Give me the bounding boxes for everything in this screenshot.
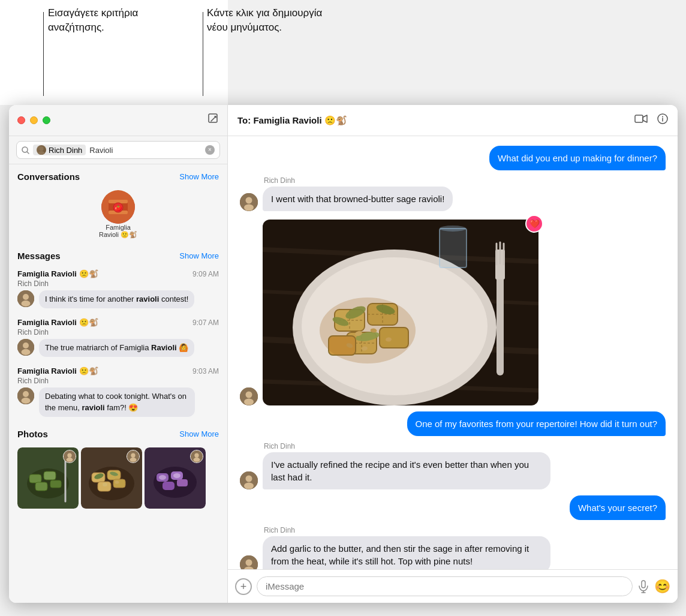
svg-rect-35 [113,479,125,488]
svg-point-4 [38,151,45,155]
conversation-item-famiglia[interactable]: 🍅 Famiglia Ravioli 🙁🐒 [9,185,227,244]
messages-section-header: Messages Show More [9,244,227,265]
svg-point-91 [320,298,416,363]
message-preview-container-3: Debating what to cook tonight. What's on… [17,387,219,416]
message-item-1[interactable]: Famiglia Ravioli 🙁🐒 9:09 AM Rich Dinh I … [9,265,227,313]
svg-rect-23 [44,471,56,480]
photo-thumb-3[interactable] [145,447,206,509]
svg-point-57 [662,116,663,118]
ravioli-reaction: ❤️ [525,215,543,233]
chat-messages: What did you end up making for dinner? R… [228,136,678,569]
conversations-section-header: Conversations Show More [9,164,227,185]
search-icon [22,146,29,154]
sidebar: Rich Dinh Ravioli × Conversations Show M… [9,105,228,603]
svg-point-29 [67,458,73,462]
close-button[interactable] [17,116,25,124]
bubble-outgoing-1: What did you end up making for dinner? [489,146,666,170]
title-bar [9,105,227,136]
compose-button[interactable] [208,113,219,127]
minimize-button[interactable] [30,116,38,124]
photos-show-more[interactable]: Show More [179,429,219,438]
svg-rect-54 [635,115,643,122]
svg-point-3 [40,147,44,151]
message-avatar-2 [17,339,34,356]
message-preview-1: I think it's time for another ravioli co… [39,290,194,308]
msg-avatar-rich-1 [240,193,258,211]
message-incoming-2: Rich Dinh I went with that browned-butte… [240,176,666,211]
message-preview-container-1: I think it's time for another ravioli co… [17,290,219,308]
message-time-1: 9:09 AM [192,270,219,278]
annotation-area: Εισαγάγετε κριτήρια αναζήτησης. Κάντε κλ… [0,0,228,105]
message-subsender-1: Rich Dinh [17,280,219,288]
svg-point-50 [173,473,180,478]
svg-point-101 [244,483,254,489]
message-sender-2: Famiglia Ravioli 🙁🐒 [17,318,98,327]
svg-point-28 [67,453,71,457]
svg-point-39 [115,480,119,483]
msg-avatar-rich-3 [240,471,258,489]
svg-rect-25 [50,480,61,488]
svg-point-52 [194,453,198,457]
message-subsender-2: Rich Dinh [17,328,219,336]
photo-thumb-1[interactable] [17,447,79,509]
conversations-title: Conversations [17,172,80,182]
photo-thumb-2[interactable] [81,447,142,509]
svg-rect-97 [440,229,467,268]
message-time-3: 9:03 AM [192,367,219,375]
svg-point-103 [246,560,252,566]
contact-tag: Rich Dinh [33,145,86,155]
search-input-container[interactable]: Rich Dinh Ravioli × [16,141,220,159]
svg-point-44 [154,467,197,498]
svg-point-16 [22,349,31,355]
svg-line-2 [27,152,29,154]
svg-point-42 [130,458,137,462]
messages-show-more[interactable]: Show More [179,251,219,260]
svg-point-59 [246,197,252,204]
message-preview-2: The true matriarch of Famiglia Ravioli 🙆 [39,339,194,357]
chat-panel: To: Famiglia Ravioli 🙁🐒 [228,105,678,603]
conversations-show-more[interactable]: Show More [179,172,219,181]
search-bar: Rich Dinh Ravioli × [9,136,227,164]
message-item-3[interactable]: Famiglia Ravioli 🙁🐒 9:03 AM Rich Dinh De… [9,362,227,421]
message-sender-1: Famiglia Ravioli 🙁🐒 [17,269,98,278]
photo-thumb-avatar-1 [63,450,76,463]
contact-name: Rich Dinh [49,146,82,155]
emoji-button[interactable]: 😊 [654,579,670,594]
message-item-2-header: Famiglia Ravioli 🙁🐒 9:07 AM [17,318,219,327]
svg-point-18 [23,391,29,397]
photos-grid [9,443,227,513]
maximize-button[interactable] [43,116,50,124]
traffic-lights [17,116,50,124]
message-preview-container-2: The true matriarch of Famiglia Ravioli 🙆 [17,339,219,357]
voice-input-button[interactable] [637,580,649,593]
info-button[interactable] [657,113,668,127]
annotation-text-compose: Κάντε κλικ για δημιουργία νέου μηνύματος… [207,6,333,35]
msg-content-incoming-7: Rich Dinh Add garlic to the butter, and … [263,526,550,569]
message-sender-3: Famiglia Ravioli 🙁🐒 [17,366,98,375]
bubble-outgoing-4: One of my favorites from your repertoire… [407,411,666,436]
svg-point-13 [22,301,31,307]
photo-thumb-avatar-3 [190,450,203,463]
video-call-button[interactable] [634,114,648,127]
msg-content-outgoing-1: What did you end up making for dinner? [489,146,666,170]
annotation-text-search: Εισαγάγετε κριτήρια αναζήτησης. [48,6,174,35]
svg-point-53 [194,458,200,462]
ravioli-image-container: ❤️ [263,220,538,405]
imessage-input[interactable] [257,576,633,596]
msg-sender-name-7: Rich Dinh [264,526,550,534]
svg-point-41 [131,453,135,457]
chat-header-icons [634,113,668,127]
add-attachment-button[interactable]: + [235,578,252,595]
search-clear-button[interactable]: × [205,145,215,155]
svg-rect-105 [642,581,645,588]
bubble-incoming-5: I've actually refined the recipe and it'… [263,452,550,489]
svg-rect-92 [497,274,504,375]
message-item-2[interactable]: Famiglia Ravioli 🙁🐒 9:07 AM Rich Dinh Th… [9,313,227,362]
famiglia-avatar: 🍅 [101,190,135,224]
chat-input-bar: + 😊 [228,569,678,603]
msg-content-incoming-5: Rich Dinh I've actually refined the reci… [263,442,550,489]
message-incoming-7: Rich Dinh Add garlic to the butter, and … [240,526,666,569]
photos-section-header: Photos Show More [9,422,227,443]
ravioli-photo [263,220,538,405]
svg-point-12 [23,294,29,300]
